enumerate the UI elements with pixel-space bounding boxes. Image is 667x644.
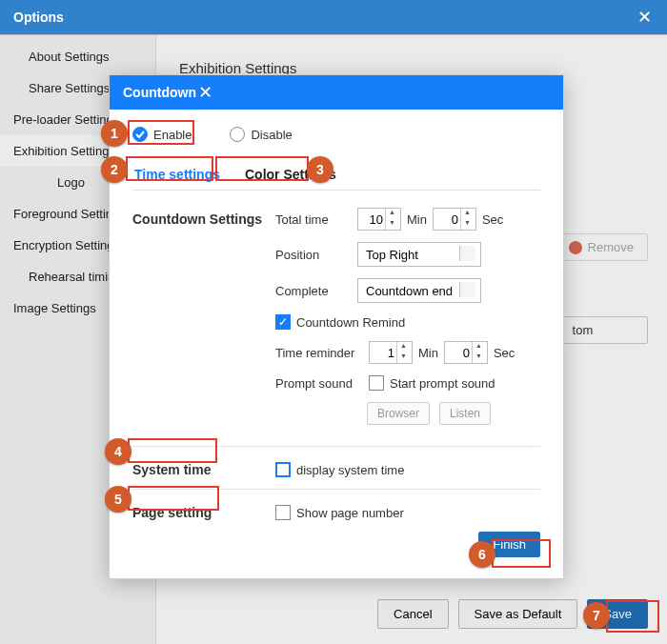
annotation-marker-3: 3 — [307, 156, 334, 183]
spin-down-icon[interactable]: ▼ — [397, 352, 410, 363]
sec-label: Sec — [494, 346, 515, 360]
spin-down-icon[interactable]: ▼ — [473, 352, 485, 363]
annotation-marker-2: 2 — [101, 156, 128, 183]
show-page-number-label: Show page number — [296, 506, 404, 520]
start-prompt-label: Start prompt sound — [390, 376, 495, 391]
chevron-down-icon — [465, 252, 473, 256]
remind-min-spinner[interactable]: ▲▼ — [369, 341, 413, 364]
countdown-remind-checkbox[interactable] — [275, 314, 291, 330]
chevron-down-icon — [465, 288, 473, 292]
titlebar: Options ✕ — [0, 0, 667, 34]
remind-min-input[interactable] — [370, 346, 396, 360]
page-setting-heading: Page setting — [132, 505, 275, 520]
position-label: Position — [275, 248, 352, 262]
prompt-sound-label: Prompt sound — [275, 376, 363, 391]
listen-button[interactable]: Listen — [439, 402, 491, 425]
page-setting-row: Page setting Show page number — [132, 505, 540, 520]
annotation-marker-1: 1 — [101, 120, 128, 147]
disable-radio[interactable]: Disable — [230, 127, 292, 142]
countdown-settings-section: Countdown Settings Total time ▲▼ Min ▲▼ … — [132, 208, 540, 425]
position-select-input[interactable]: Top Right — [357, 242, 481, 267]
complete-select-input[interactable]: Countdown end — [357, 278, 481, 303]
tab-time-settings[interactable]: Time settings — [132, 161, 222, 190]
system-time-row: System time display system time — [132, 462, 540, 477]
browser-button[interactable]: Browser — [367, 402, 430, 425]
annotation-marker-5: 5 — [105, 486, 131, 513]
spin-up-icon[interactable]: ▲ — [397, 342, 410, 352]
position-select[interactable]: Top Right — [357, 242, 481, 267]
complete-select[interactable]: Countdown end — [357, 278, 481, 303]
close-icon[interactable]: ✕ — [635, 7, 654, 28]
countdown-dialog: Countdown ✕ Enable Disable Time settings… — [109, 74, 564, 579]
system-time-heading: System time — [132, 462, 275, 477]
dialog-header: Countdown ✕ — [110, 75, 563, 110]
enable-radio[interactable]: Enable — [132, 127, 192, 142]
separator — [132, 446, 540, 447]
min-label: Min — [418, 346, 438, 360]
spin-down-icon[interactable]: ▼ — [461, 219, 474, 230]
total-time-label: Total time — [275, 212, 352, 227]
radio-unchecked-icon — [230, 127, 245, 142]
disable-label: Disable — [251, 128, 292, 142]
window-title: Options — [13, 10, 64, 25]
spin-up-icon[interactable]: ▲ — [473, 342, 485, 352]
separator — [132, 489, 540, 490]
display-system-time-label: display system time — [296, 463, 404, 477]
annotation-marker-7: 7 — [583, 602, 610, 629]
show-page-number-checkbox[interactable] — [275, 505, 291, 520]
total-min-spinner[interactable]: ▲▼ — [357, 208, 401, 231]
radio-checked-icon — [132, 127, 148, 142]
enable-label: Enable — [153, 128, 192, 142]
dialog-tabs: Time settings Color Settings — [132, 161, 540, 191]
dialog-title: Countdown — [123, 85, 196, 100]
min-label: Min — [407, 212, 427, 227]
enable-disable-row: Enable Disable — [132, 127, 540, 142]
start-prompt-checkbox[interactable] — [369, 375, 384, 391]
remind-sec-spinner[interactable]: ▲▼ — [444, 341, 488, 364]
remind-sec-input[interactable] — [445, 346, 472, 360]
annotation-marker-4: 4 — [105, 438, 131, 465]
annotation-marker-6: 6 — [469, 541, 495, 568]
spin-down-icon[interactable]: ▼ — [386, 219, 398, 230]
time-reminder-label: Time reminder — [275, 346, 363, 360]
total-min-input[interactable] — [358, 212, 385, 227]
dialog-body: Enable Disable Time settings Color Setti… — [110, 110, 563, 578]
display-system-time-checkbox[interactable] — [275, 462, 291, 477]
sec-label: Sec — [482, 212, 503, 227]
spin-up-icon[interactable]: ▲ — [461, 209, 474, 219]
countdown-settings-heading: Countdown Settings — [132, 211, 275, 227]
spin-up-icon[interactable]: ▲ — [386, 209, 398, 219]
total-sec-spinner[interactable]: ▲▼ — [433, 208, 476, 231]
total-sec-input[interactable] — [434, 212, 460, 227]
complete-label: Complete — [275, 284, 352, 298]
dialog-close-icon[interactable]: ✕ — [196, 82, 215, 103]
countdown-remind-label: Countdown Remind — [296, 315, 405, 330]
